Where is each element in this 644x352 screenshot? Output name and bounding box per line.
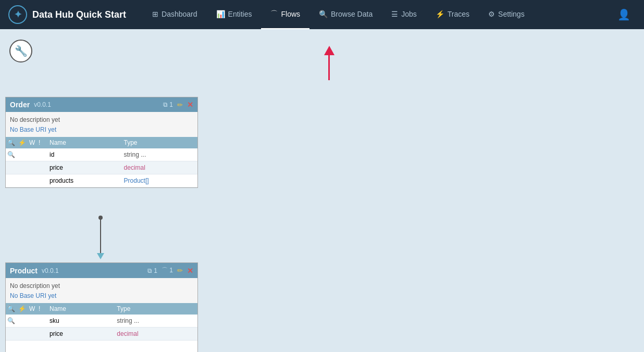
order-col-search: 🔍 (6, 137, 17, 148)
nav-settings[interactable]: ⚙ Settings (479, 0, 534, 29)
product-col-name: Name (46, 303, 114, 315)
arrow-head-down (97, 253, 104, 259)
entities-icon: 📊 (216, 10, 225, 18)
order-header-icons: ⧉ 1 ✏ ✕ (163, 100, 193, 109)
product-field-sku-name: sku (46, 315, 114, 328)
order-col-w: W (28, 137, 37, 148)
order-table-header: 🔍 ⚡ W ! Name Type (6, 137, 197, 148)
product-table-header: 🔍 ⚡ W ! Name Type (6, 303, 197, 315)
nav-browse-data[interactable]: 🔍 Browse Data (309, 0, 382, 29)
product-arrow-icon[interactable]: ⌒ 1 (162, 266, 173, 275)
order-entity-version: v0.0.1 (34, 101, 51, 108)
order-entity-name: Order (10, 100, 30, 109)
product-entity-version: v0.0.1 (42, 267, 59, 274)
order-copy-icon[interactable]: ⧉ 1 (163, 101, 173, 108)
order-entity-card: Order v0.0.1 ⧉ 1 ✏ ✕ No description yet … (5, 97, 198, 188)
product-field-sku-type: string ... (114, 315, 197, 328)
order-no-description: No description yet (10, 115, 193, 125)
product-header-icons: ⧉ 1 ⌒ 1 ✏ ✕ (147, 266, 193, 275)
order-field-price-name: price (46, 161, 121, 174)
order-edit-icon[interactable]: ✏ (177, 101, 183, 109)
table-row: price decimal (6, 328, 197, 341)
order-field-products-name: products (46, 174, 121, 187)
entity-relation-arrow (100, 218, 101, 259)
product-meta: No description yet No Base URI yet (6, 278, 197, 303)
arrow-line (328, 54, 330, 80)
table-row: 🔍 id string ... (6, 148, 197, 161)
order-field-id-type: string ... (121, 148, 197, 161)
product-card-footer (6, 341, 197, 352)
nav-entities-label: Entities (228, 10, 252, 18)
product-fields-table: 🔍 ⚡ W ! Name Type 🔍 sku string ... (6, 303, 197, 341)
order-meta: No description yet No Base URI yet (6, 112, 197, 137)
nav-traces[interactable]: ⚡ Traces (426, 0, 479, 29)
wrench-button[interactable]: 🔧 (9, 40, 32, 62)
logo-icon: ✦ (8, 5, 27, 24)
product-col-type: Type (114, 303, 197, 315)
nav-entities[interactable]: 📊 Entities (207, 0, 262, 29)
product-col-bolt: ⚡ (17, 303, 28, 315)
nav-flows[interactable]: ⌒ Flows (261, 0, 309, 29)
nav-jobs-label: Jobs (401, 10, 417, 18)
nav-traces-label: Traces (448, 10, 469, 18)
product-no-description: No description yet (10, 281, 193, 291)
order-card-header: Order v0.0.1 ⧉ 1 ✏ ✕ (6, 97, 197, 112)
order-col-name: Name (46, 137, 121, 148)
product-col-w: W (28, 303, 37, 315)
flows-pointer-arrow (328, 54, 330, 80)
product-col-search: 🔍 (6, 303, 17, 315)
order-delete-icon[interactable]: ✕ (187, 100, 193, 109)
jobs-icon: ☰ (391, 10, 398, 18)
nav-dashboard[interactable]: ⊞ Dashboard (143, 0, 207, 29)
nav-items: ⊞ Dashboard 📊 Entities ⌒ Flows 🔍 Browse … (143, 0, 612, 29)
product-no-base-uri: No Base URI yet (10, 291, 193, 301)
nav-jobs[interactable]: ☰ Jobs (382, 0, 426, 29)
order-no-base-uri: No Base URI yet (10, 125, 193, 135)
settings-icon: ⚙ (488, 10, 495, 18)
navbar: ✦ Data Hub Quick Start ⊞ Dashboard 📊 Ent… (0, 0, 644, 29)
flows-icon: ⌒ (270, 9, 278, 19)
arrow-head-up (324, 46, 335, 55)
order-col-exclaim: ! (37, 137, 46, 148)
arrow-vertical-line (100, 218, 101, 253)
nav-browse-data-label: Browse Data (331, 10, 373, 18)
product-entity-name: Product (10, 267, 38, 275)
main-content: 🔧 Order v0.0.1 ⧉ 1 ✏ ✕ No description ye… (0, 29, 644, 352)
traces-icon: ⚡ (436, 10, 444, 18)
user-icon[interactable]: 👤 (612, 8, 636, 21)
product-field-price-name: price (46, 328, 114, 341)
nav-flows-label: Flows (281, 10, 300, 18)
arrow-dot (98, 216, 103, 220)
order-fields-table: 🔍 ⚡ W ! Name Type 🔍 id string ... (6, 137, 197, 187)
nav-settings-label: Settings (498, 10, 525, 18)
product-col-exclaim: ! (37, 303, 46, 315)
product-edit-icon[interactable]: ✏ (177, 267, 183, 274)
product-field-price-type: decimal (114, 328, 197, 341)
order-field-price-type: decimal (121, 161, 197, 174)
product-delete-icon[interactable]: ✕ (187, 267, 193, 275)
order-field-id-name: id (46, 148, 121, 161)
product-entity-card: Product v0.0.1 ⧉ 1 ⌒ 1 ✏ ✕ No descriptio… (5, 262, 198, 352)
dashboard-icon: ⊞ (152, 10, 158, 18)
nav-right: 👤 (612, 8, 636, 21)
nav-dashboard-label: Dashboard (162, 10, 197, 18)
table-row: products Product[] (6, 174, 197, 187)
product-card-header: Product v0.0.1 ⧉ 1 ⌒ 1 ✏ ✕ (6, 263, 197, 278)
browse-data-icon: 🔍 (319, 10, 328, 18)
app-title: Data Hub Quick Start (32, 9, 126, 20)
table-row: 🔍 sku string ... (6, 315, 197, 328)
app-logo: ✦ Data Hub Quick Start (8, 5, 126, 24)
order-field-products-type: Product[] (121, 174, 197, 187)
product-row1-search: 🔍 (6, 315, 17, 328)
table-row: price decimal (6, 161, 197, 174)
product-copy-icon[interactable]: ⧉ 1 (147, 267, 157, 274)
order-col-bolt: ⚡ (17, 137, 28, 148)
order-row1-search: 🔍 (6, 148, 17, 161)
order-col-type: Type (121, 137, 197, 148)
